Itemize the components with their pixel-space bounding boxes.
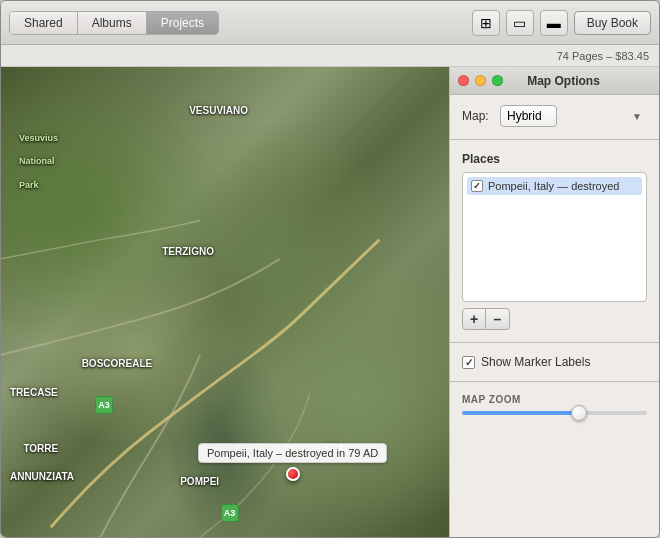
label-vesuvius-park-1: Vesuvius <box>19 133 58 143</box>
divider-1 <box>450 139 659 140</box>
road-badge-a3-2: A3 <box>221 504 239 522</box>
place-item-pompeii[interactable]: Pompeii, Italy — destroyed <box>467 177 642 195</box>
panel-body: Map: Hybrid Road Satellite Terrain ▼ <box>450 95 659 537</box>
divider-3 <box>450 381 659 382</box>
map-type-row: Map: Hybrid Road Satellite Terrain ▼ <box>462 105 647 127</box>
road-badge-a3-1: A3 <box>95 396 113 414</box>
traffic-light-red[interactable] <box>458 75 469 86</box>
single-page-icon: ▭ <box>513 15 526 31</box>
places-section: Places Pompeii, Italy — destroyed + – <box>462 152 647 330</box>
location-pin: Pompeii, Italy – destroyed in 79 AD <box>198 443 387 481</box>
map-options-panel: Map Options Map: Hybrid Road Satellite T… <box>449 67 659 537</box>
label-torre: TORRE <box>23 443 58 454</box>
grid-icon: ⊞ <box>480 15 492 31</box>
panel-title: Map Options <box>476 74 651 88</box>
pages-bar: 74 Pages – $83.45 <box>1 45 659 67</box>
places-actions: + – <box>462 308 647 330</box>
label-boscoreale: BOSCOREALE <box>82 358 153 369</box>
main-content: VESUVIANO Vesuvius National Park TERZIGN… <box>1 67 659 537</box>
label-terzigno: TERZIGNO <box>162 246 214 257</box>
zoom-slider-thumb[interactable] <box>571 405 587 421</box>
zoom-slider-track[interactable] <box>462 411 647 415</box>
places-list: Pompeii, Italy — destroyed <box>462 172 647 302</box>
show-markers-checkbox[interactable] <box>462 356 475 369</box>
map-zoom-section: MAP ZOOM <box>462 394 647 415</box>
place-checkbox-pompeii[interactable] <box>471 180 483 192</box>
tab-projects[interactable]: Projects <box>147 12 218 34</box>
toolbar-right: ⊞ ▭ ▬ Buy Book <box>472 10 651 36</box>
map-type-label: Map: <box>462 109 492 123</box>
label-vesuvius-park-2: National <box>19 156 55 166</box>
toolbar: Shared Albums Projects ⊞ ▭ ▬ Buy Book <box>1 1 659 45</box>
pages-info: 74 Pages – $83.45 <box>557 50 649 62</box>
tab-albums[interactable]: Albums <box>78 12 147 34</box>
map-area[interactable]: VESUVIANO Vesuvius National Park TERZIGN… <box>1 67 449 537</box>
place-label-pompeii: Pompeii, Italy — destroyed <box>488 180 619 192</box>
map-type-select-wrapper: Hybrid Road Satellite Terrain ▼ <box>500 105 647 127</box>
show-markers-label: Show Marker Labels <box>481 355 590 369</box>
map-background: VESUVIANO Vesuvius National Park TERZIGN… <box>1 67 449 537</box>
panel-titlebar: Map Options <box>450 67 659 95</box>
pin-dot <box>286 467 300 481</box>
layout-icon-button-1[interactable]: ⊞ <box>472 10 500 36</box>
layout-icon-button-3[interactable]: ▬ <box>540 10 568 36</box>
select-arrow-icon: ▼ <box>632 111 642 122</box>
label-vesuvius-park-3: Park <box>19 180 39 190</box>
label-annunziata: ANNUNZIATA <box>10 471 74 482</box>
label-trecase: TRECASE <box>10 387 58 398</box>
map-zoom-title: MAP ZOOM <box>462 394 647 405</box>
map-type-select[interactable]: Hybrid Road Satellite Terrain <box>500 105 557 127</box>
divider-2 <box>450 342 659 343</box>
tab-shared[interactable]: Shared <box>10 12 78 34</box>
layout-icon-button-2[interactable]: ▭ <box>506 10 534 36</box>
spread-icon: ▬ <box>547 15 561 31</box>
show-markers-row: Show Marker Labels <box>462 355 647 369</box>
add-place-button[interactable]: + <box>462 308 486 330</box>
buy-book-button[interactable]: Buy Book <box>574 11 651 35</box>
remove-place-button[interactable]: – <box>486 308 510 330</box>
places-title: Places <box>462 152 647 166</box>
tab-group: Shared Albums Projects <box>9 11 219 35</box>
label-vesuviano: VESUVIANO <box>189 105 248 116</box>
pin-label: Pompeii, Italy – destroyed in 79 AD <box>198 443 387 463</box>
app-window: Shared Albums Projects ⊞ ▭ ▬ Buy Book 74… <box>0 0 660 538</box>
